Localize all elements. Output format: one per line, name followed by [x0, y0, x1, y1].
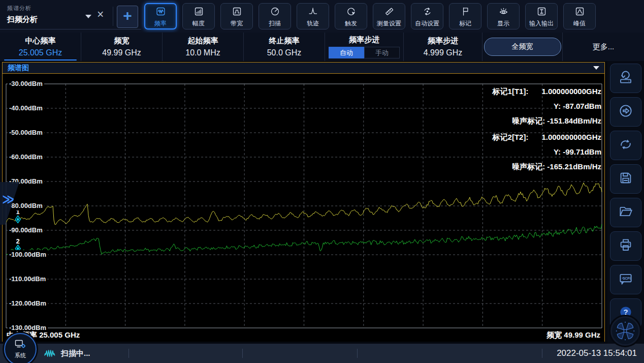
y-axis-tick-label: -40.00dBm [8, 104, 44, 113]
tool-button-label: 输入输出 [529, 20, 554, 26]
spectrum-chart-panel: 频谱图 .grid{stroke:#565b63;stroke-width:1;… [2, 62, 605, 342]
tool-button-label: 显示 [497, 20, 509, 26]
tool-button-label: 测量设置 [377, 20, 401, 26]
param-label: 频率步进 [428, 36, 458, 46]
sidebar-button-save[interactable] [610, 164, 641, 194]
y-axis-tick-label: -80.00dBm [8, 201, 44, 210]
amplitude-icon [194, 6, 204, 19]
freq-step-mode-toggle: 自动手动 [329, 47, 400, 58]
marker1-name: 标记1[T1]: [493, 86, 529, 97]
close-mode-icon[interactable]: × [97, 9, 104, 20]
peak-icon [574, 6, 585, 19]
tool-button-input-output[interactable]: 输入输出 [525, 3, 558, 29]
tool-button-display[interactable]: 显示 [487, 3, 520, 29]
svg-text:SCPI: SCPI [623, 277, 630, 280]
tool-button-auto-setup[interactable]: 自动设置 [411, 3, 443, 29]
tool-button-label: 峰值 [573, 20, 586, 26]
function-button-strip: 频率幅度带宽扫描轨迹触发测量设置自动设置标记显示输入输出峰值 [144, 3, 596, 29]
tool-button-amplitude[interactable]: 幅度 [182, 3, 215, 29]
tool-button-label: 触发 [345, 20, 357, 26]
tool-button-bandwidth[interactable]: 带宽 [220, 3, 253, 29]
trigger-icon [346, 6, 357, 19]
statusbar-divider [128, 349, 129, 358]
mode-dropdown-caret-icon[interactable] [85, 15, 91, 18]
app-mode-tab[interactable]: 频谱分析 扫频分析 [7, 5, 38, 24]
tool-button-peak[interactable]: 峰值 [563, 3, 596, 29]
toggle-option-auto[interactable]: 自动 [329, 47, 364, 58]
sidebar-button-run[interactable] [610, 97, 641, 127]
navigation-cross-button[interactable] [610, 316, 640, 346]
param-cell-freq-step-mode[interactable]: 频率步进自动手动 [325, 33, 404, 61]
tool-button-trace[interactable]: 轨迹 [297, 3, 329, 29]
plot-area: .grid{stroke:#565b63;stroke-width:1;stro… [3, 74, 604, 342]
chart-title-bar[interactable]: 频谱图 [3, 63, 604, 74]
param-cell-stop-frequency[interactable]: 终止频率50.0 GHz [244, 33, 325, 61]
statusbar-divider [542, 349, 542, 358]
tool-button-label: 自动设置 [415, 20, 439, 26]
span-annotation: 频宽 49.99 GHz [546, 330, 600, 340]
system-button[interactable]: 系统 [4, 333, 37, 363]
io-icon [536, 6, 547, 19]
system-button-label: 系统 [15, 352, 26, 359]
bandwidth-icon [232, 6, 242, 19]
tool-button-label: 频率 [154, 20, 167, 26]
marker1-freq: 1.000000000GHz [541, 86, 601, 97]
sweep-status-text: 扫描中... [61, 349, 90, 358]
double-chevron-icon: ≫ [2, 192, 13, 206]
param-cell-full-span[interactable]: 全频宽 [482, 33, 563, 61]
svg-text:?: ? [623, 308, 628, 316]
more-button[interactable]: 更多... [593, 42, 615, 52]
mode-title-label: 扫频分析 [7, 15, 38, 24]
tool-button-label: 标记 [459, 20, 471, 26]
sidebar-button-print[interactable] [610, 231, 641, 261]
print-icon [618, 237, 633, 255]
param-value: 4.999 GHz [424, 48, 462, 57]
auto-setup-icon [422, 6, 433, 19]
toggle-option-manual[interactable]: 手动 [364, 47, 400, 58]
marker2-freq: 1.000000000GHz [541, 132, 601, 143]
run-icon [618, 103, 633, 120]
y-axis-tick-label: -90.00dBm [8, 226, 44, 235]
full-span-button[interactable]: 全频宽 [484, 38, 561, 56]
tool-button-marker[interactable]: 标记 [449, 3, 481, 29]
toolbar-separator [113, 7, 113, 26]
tool-button-label: 带宽 [231, 20, 243, 26]
tool-button-trigger[interactable]: 触发 [335, 3, 367, 29]
y-axis-tick-label: -120.00dBm [8, 299, 48, 308]
top-toolbar: 频谱分析 扫频分析 × + 频率幅度带宽扫描轨迹触发测量设置自动设置标记显示输入… [0, 0, 644, 33]
param-label: 中心频率 [25, 36, 56, 46]
marker1-y: Y: -87.07dBm [493, 101, 601, 112]
sidebar-button-scpi[interactable]: SCPI [610, 265, 641, 294]
scpi-icon: SCPI [618, 271, 633, 288]
param-cell-freq-step[interactable]: 频率步进4.999 GHz [404, 33, 482, 61]
sidebar-button-continuous-sweep[interactable] [610, 131, 641, 160]
marker2-name: 标记2[T2]: [493, 132, 529, 143]
param-value: 10.0 MHz [185, 48, 220, 57]
param-cell-more[interactable]: 更多... [563, 33, 644, 61]
add-mode-button[interactable]: + [117, 6, 138, 28]
open-icon [618, 204, 633, 221]
y-axis-tick-label: -30.00dBm [8, 79, 44, 88]
chart-collapse-caret-icon[interactable] [593, 66, 599, 70]
status-bar: 系统 扫描中... 2022-05-13 15:54:01 [0, 344, 644, 363]
sidebar-button-open[interactable] [610, 198, 641, 227]
tool-button-sweep[interactable]: 扫描 [259, 3, 291, 29]
param-value: 25.005 GHz [19, 48, 62, 57]
y-axis-tick-label: -110.00dBm [8, 275, 47, 284]
marker1-freq-row: 标记1[T1]: 1.000000000GHz [493, 86, 601, 97]
tool-button-frequency[interactable]: 频率 [144, 3, 177, 29]
y-axis-tick-label: -100.00dBm [8, 250, 48, 259]
param-cell-center-frequency[interactable]: 中心频率25.005 GHz [0, 33, 81, 61]
param-cell-start-frequency[interactable]: 起始频率10.0 MHz [163, 33, 244, 61]
save-icon [618, 170, 633, 188]
y-axis-tick-label: -60.00dBm [8, 153, 44, 162]
tool-button-label: 幅度 [192, 20, 205, 26]
app-name-label: 频谱分析 [7, 5, 38, 12]
param-cell-span[interactable]: 频宽49.99 GHz [81, 33, 163, 61]
tool-button-meas-setup[interactable]: 测量设置 [373, 3, 405, 29]
param-label: 频宽 [114, 36, 130, 46]
marker2-noise: 噪声标记: -165.21dBm/Hz [493, 161, 601, 172]
meas-setup-icon [384, 6, 395, 19]
sidebar-button-preset[interactable] [610, 64, 641, 93]
svg-text:2: 2 [16, 237, 20, 245]
